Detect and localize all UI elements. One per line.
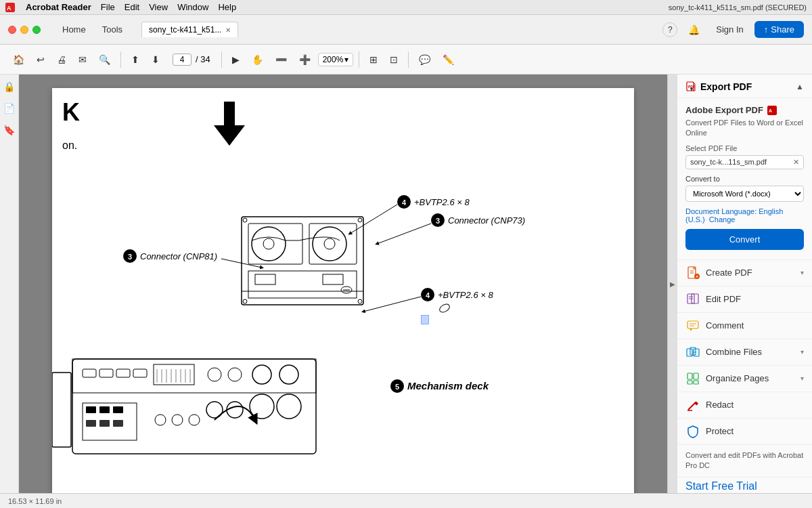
prev-page-btn[interactable]: ⬆ [127,51,144,68]
organize-pages-row[interactable]: Organize Pages ▾ [677,366,812,392]
tab-close[interactable]: ✕ [225,26,231,34]
sidebar-pages-icon[interactable]: 📄 [3,102,16,115]
svg-point-12 [324,238,335,249]
svg-line-65 [350,205,397,234]
protect-icon [685,424,700,439]
export-chevron-up[interactable]: ▲ [796,82,804,91]
toolbar-home[interactable]: 🏠 [8,51,29,68]
share-button[interactable]: ↑ Share [754,21,804,38]
edit-pdf-row[interactable]: Edit PDF [677,287,812,313]
signin-button[interactable]: Sign In [710,22,748,37]
zoom-in-btn[interactable]: ➕ [294,51,315,68]
toolbar-search[interactable]: 🔍 [94,51,115,68]
navbar: Home Tools sony_tc-k411_k51... ✕ ? 🔔 Sig… [49,16,812,43]
zoom-window-button[interactable] [32,26,41,34]
zoom-selector[interactable]: 200% ▾ [318,53,354,66]
svg-marker-4 [214,102,245,146]
redact-row[interactable]: Redact [677,392,812,419]
protect-row[interactable]: Protect [677,419,812,445]
svg-point-18 [243,299,247,303]
fit-page-btn[interactable]: ⊞ [365,51,382,68]
file-name: sony_tc-k...11s_sm.pdf [690,158,767,166]
close-button[interactable] [8,26,16,34]
zoom-out-btn[interactable]: ➖ [271,51,292,68]
comment-btn[interactable]: 💬 [414,51,435,68]
left-sidebar: 🔒 📄 🔖 [0,75,19,493]
svg-rect-25 [133,369,147,377]
svg-text:Connector (CNP81): Connector (CNP81) [140,251,217,261]
menu-edit[interactable]: Edit [125,2,139,12]
svg-text:+BVTP2.6 × 8: +BVTP2.6 × 8 [438,290,493,300]
right-panel: PDF Export PDF ▲ Adobe Export PDF A Conv… [677,75,812,493]
svg-text:4: 4 [426,291,430,299]
convert-button[interactable]: Convert [685,229,804,250]
tab-label: sony_tc-k411_k51... [149,25,221,35]
svg-rect-22 [83,369,96,377]
change-language-link[interactable]: Change [709,215,736,224]
minimize-button[interactable] [20,26,28,34]
svg-point-47 [172,415,183,425]
sidebar-lock-icon[interactable]: 🔒 [3,80,16,93]
convert-to-select[interactable]: Microsoft Word (*.docx) Microsoft Excel … [685,186,804,202]
svg-text:K: K [62,98,80,126]
menu-window[interactable]: Window [177,2,208,12]
hand-tool[interactable]: ✋ [247,51,268,68]
svg-point-50 [227,402,243,418]
marquee-zoom-btn[interactable]: ⊡ [385,51,403,68]
toolbar-email[interactable]: ✉ [74,51,91,68]
sidebar-bookmark-icon[interactable]: 🔖 [3,123,16,137]
svg-point-9 [252,227,286,261]
protect-label: Protect [706,426,734,436]
next-page-btn[interactable]: ⬇ [147,51,164,68]
traffic-lights [8,26,41,34]
notifications-button[interactable]: 🔔 [683,22,705,38]
pro-banner-text: Convert and edit PDFs with Acrobat Pro D… [685,451,803,469]
svg-rect-42 [113,406,123,413]
svg-rect-101 [687,381,692,384]
combine-files-icon [685,345,700,360]
redact-label: Redact [706,400,734,410]
combine-files-row[interactable]: Combine Files ▾ [677,339,812,366]
share-icon: ↑ [764,24,769,35]
svg-text:Connector (CNP73): Connector (CNP73) [448,215,525,226]
svg-rect-41 [99,406,110,413]
doc-lang-label: Document Language: English (U.S.) Change [685,207,804,224]
create-pdf-row[interactable]: + Create PDF ▾ [677,260,812,287]
svg-point-75 [438,303,451,314]
svg-marker-92 [690,329,692,331]
panel-collapse-handle[interactable]: ▶ [667,75,677,493]
file-remove[interactable]: ✕ [793,158,799,167]
combine-files-chevron: ▾ [800,348,804,356]
cursor-tool[interactable]: ▶ [227,51,244,68]
app-name: Acrobat Reader [26,2,91,12]
menu-view[interactable]: View [149,2,168,12]
svg-text:3: 3 [436,217,440,225]
page-input[interactable]: 4 [173,54,191,66]
menu-help[interactable]: Help [218,2,236,12]
comment-row[interactable]: Comment [677,313,812,339]
svg-point-16 [243,218,247,222]
pdf-viewport[interactable]: K on. [19,75,667,493]
combine-files-label: Combine Files [706,347,762,357]
start-free-trial-link[interactable]: Start Free Trial [685,480,757,492]
help-button[interactable]: ? [662,22,677,37]
draw-btn[interactable]: ✏️ [438,51,459,68]
menu-file[interactable]: File [101,2,115,12]
tools-nav[interactable]: Tools [97,22,128,37]
edit-pdf-icon [685,292,700,307]
svg-point-48 [189,415,200,425]
svg-rect-100 [694,373,698,379]
pdf-tab[interactable]: sony_tc-k411_k51... ✕ [141,22,238,37]
home-nav[interactable]: Home [57,22,91,37]
svg-rect-102 [694,381,698,384]
svg-text:Mechanism deck: Mechanism deck [407,380,489,391]
adobe-export-title: Adobe Export PDF A [685,105,804,115]
pdf-page: K on. [52,88,634,493]
svg-point-36 [228,368,242,381]
edit-pdf-label: Edit PDF [706,294,741,304]
toolbar-print[interactable]: 🖨 [52,51,71,68]
svg-line-61 [377,224,431,244]
zoom-chevron: ▾ [344,55,348,64]
toolbar-back[interactable]: ↩ [32,51,49,68]
pro-banner: Convert and edit PDFs with Acrobat Pro D… [677,445,812,478]
